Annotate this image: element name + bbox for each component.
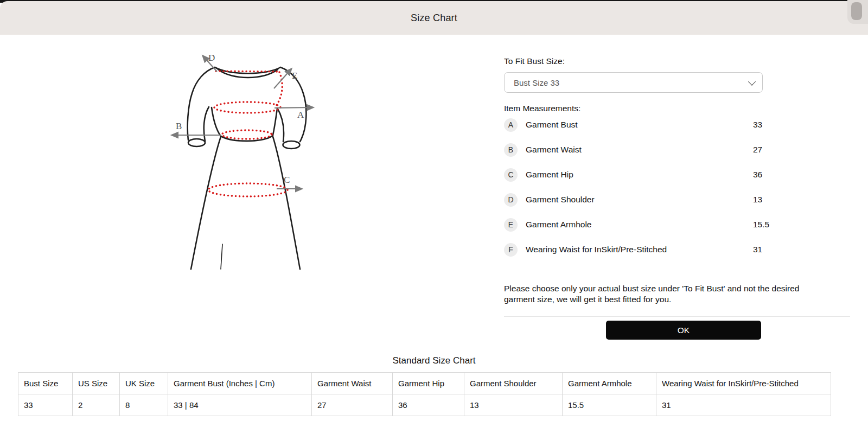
dress-outline bbox=[188, 67, 307, 269]
table-row: 332833 | 8427361315.531 bbox=[18, 394, 831, 416]
measurement-key-badge: C bbox=[504, 168, 518, 182]
standard-size-chart-table: Bust SizeUS SizeUK SizeGarment Bust (Inc… bbox=[18, 372, 831, 416]
diagram-label-a: A bbox=[297, 110, 304, 120]
measurement-key-badge: A bbox=[504, 118, 518, 132]
measurement-value: 13 bbox=[753, 195, 762, 205]
column-header: US Size bbox=[73, 373, 120, 394]
measurements-list: AGarment Bust33BGarment Waist27CGarment … bbox=[504, 112, 850, 262]
diagram-label-d: D bbox=[208, 53, 215, 63]
ok-button[interactable]: OK bbox=[606, 321, 761, 340]
column-header: Garment Waist bbox=[312, 373, 393, 394]
page-title: Size Chart bbox=[411, 12, 457, 24]
diagram-label-b: B bbox=[176, 121, 182, 131]
measurement-panel: To Fit Bust Size: Bust Size 33 Item Meas… bbox=[504, 54, 850, 347]
measurement-value: 33 bbox=[753, 120, 762, 130]
size-chart-modal: Size Chart bbox=[0, 0, 868, 440]
table-cell: 31 bbox=[656, 394, 831, 416]
measurement-row: EGarment Armhole15.5 bbox=[504, 212, 850, 237]
measurement-label: Garment Bust bbox=[526, 120, 578, 130]
measurement-label: Wearing Waist for InSkirt/Pre-Stitched bbox=[526, 245, 667, 254]
measurement-value: 15.5 bbox=[753, 220, 769, 229]
table-cell: 8 bbox=[120, 394, 168, 416]
modal-header: Size Chart bbox=[0, 1, 868, 35]
table-cell: 13 bbox=[464, 394, 563, 416]
table-cell: 2 bbox=[73, 394, 120, 416]
column-header: Garment Hip bbox=[393, 373, 464, 394]
table-header-row: Bust SizeUS SizeUK SizeGarment Bust (Inc… bbox=[18, 373, 831, 394]
column-header: Wearing Waist for InSkirt/Pre-Stitched bbox=[656, 373, 831, 394]
measurement-row: FWearing Waist for InSkirt/Pre-Stitched3… bbox=[504, 237, 850, 262]
column-header: Garment Armhole bbox=[563, 373, 656, 394]
measurement-key-badge: F bbox=[504, 243, 518, 257]
measurement-value: 31 bbox=[753, 245, 762, 254]
measurement-key-badge: B bbox=[504, 143, 518, 157]
table-cell: 33 | 84 bbox=[168, 394, 312, 416]
column-header: Garment Shoulder bbox=[464, 373, 563, 394]
table-cell: 33 bbox=[18, 394, 73, 416]
measurement-row: CGarment Hip36 bbox=[504, 162, 850, 187]
measurement-value: 36 bbox=[753, 170, 762, 180]
footer-divider bbox=[504, 316, 850, 317]
table-cell: 27 bbox=[312, 394, 393, 416]
measurement-row: DGarment Shoulder13 bbox=[504, 187, 850, 212]
fit-note: Please choose only your actual bust size… bbox=[504, 283, 808, 304]
table-cell: 15.5 bbox=[563, 394, 656, 416]
bust-size-select[interactable]: Bust Size 33 bbox=[504, 72, 763, 93]
measurement-key-badge: E bbox=[504, 218, 518, 232]
column-header: Garment Bust (Inches | Cm) bbox=[168, 373, 312, 394]
measurement-label: Garment Hip bbox=[526, 170, 573, 180]
measurement-label: Garment Shoulder bbox=[526, 195, 595, 205]
measurement-label: Garment Armhole bbox=[526, 220, 591, 229]
bust-size-select-wrap: Bust Size 33 bbox=[504, 72, 763, 93]
scrollbar-thumb[interactable] bbox=[851, 2, 862, 20]
measurement-label: Garment Waist bbox=[526, 145, 582, 155]
standard-size-chart-title: Standard Size Chart bbox=[0, 355, 868, 366]
measurement-dotted-lines bbox=[208, 71, 288, 196]
measurement-row: BGarment Waist27 bbox=[504, 137, 850, 162]
column-header: Bust Size bbox=[18, 373, 73, 394]
diagram-label-e: E bbox=[292, 71, 297, 81]
dress-measurement-diagram: D E A B C bbox=[163, 46, 326, 274]
fit-bust-label: To Fit Bust Size: bbox=[504, 56, 565, 66]
table-cell: 36 bbox=[393, 394, 464, 416]
measurement-row: AGarment Bust33 bbox=[504, 112, 850, 137]
column-header: UK Size bbox=[120, 373, 168, 394]
measurement-value: 27 bbox=[753, 145, 762, 155]
measurement-key-badge: D bbox=[504, 193, 518, 207]
diagram-label-c: C bbox=[284, 175, 290, 185]
